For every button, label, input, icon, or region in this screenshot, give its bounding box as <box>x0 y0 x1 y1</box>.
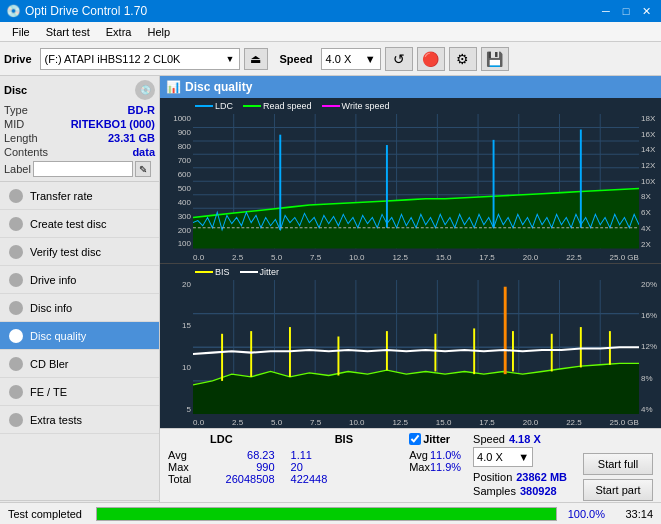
minimize-button[interactable]: ─ <box>597 3 615 19</box>
top-left-axis-100: 100 <box>178 239 191 248</box>
bot-x-25: 2.5 <box>232 418 243 427</box>
maximize-button[interactable]: □ <box>617 3 635 19</box>
nav-list: Transfer rate Create test disc Verify te… <box>0 182 159 434</box>
bot-x-200: 20.0 <box>523 418 539 427</box>
top-left-axis-200: 200 <box>178 226 191 235</box>
sidebar-item-disc-info[interactable]: Disc info <box>0 294 159 322</box>
legend-jitter: Jitter <box>260 267 280 277</box>
menu-bar: File Start test Extra Help <box>0 22 661 42</box>
drive-label: Drive <box>4 53 32 65</box>
top-x-225: 22.5 <box>566 253 582 262</box>
progress-percent: 100.0% <box>565 508 605 520</box>
total-label: Total <box>168 473 191 485</box>
eject-button[interactable]: ⏏ <box>244 48 268 70</box>
sidebar-item-create-test-disc[interactable]: Create test disc <box>0 210 159 238</box>
type-label: Type <box>4 104 28 116</box>
menu-extra[interactable]: Extra <box>98 24 140 40</box>
sidebar-item-fe-te[interactable]: FE / TE <box>0 378 159 406</box>
bot-right-axis-12pct: 12% <box>641 342 657 351</box>
length-value: 23.31 GB <box>108 132 155 144</box>
avg-label: Avg <box>168 449 187 461</box>
nav-label-fe-te: FE / TE <box>30 386 67 398</box>
top-right-axis-16x: 16X <box>641 130 655 139</box>
top-x-200: 20.0 <box>523 253 539 262</box>
top-x-75: 7.5 <box>310 253 321 262</box>
legend-ldc: LDC <box>215 101 233 111</box>
bot-x-150: 15.0 <box>436 418 452 427</box>
speed-stat-arrow-icon: ▼ <box>518 451 529 463</box>
top-x-250: 25.0 GB <box>610 253 639 262</box>
top-right-axis-8x: 8X <box>641 192 651 201</box>
bottom-bar: Test completed 100.0% 33:14 <box>0 502 661 524</box>
top-right-axis-10x: 10X <box>641 177 655 186</box>
top-x-150: 15.0 <box>436 253 452 262</box>
contents-label: Contents <box>4 146 48 158</box>
top-left-axis-1000: 1000 <box>173 114 191 123</box>
progress-bar-fill <box>97 508 556 520</box>
jitter-avg: 11.0% <box>430 449 461 461</box>
label-edit-button[interactable]: ✎ <box>135 161 151 177</box>
bot-x-175: 17.5 <box>479 418 495 427</box>
speed-arrow-icon: ▼ <box>365 53 376 65</box>
top-right-axis-4x: 4X <box>641 224 651 233</box>
disc-title: Disc <box>4 84 27 96</box>
start-full-button[interactable]: Start full <box>583 453 653 475</box>
max-label: Max <box>168 461 189 473</box>
bis-avg: 1.11 <box>291 449 312 461</box>
bot-x-50: 5.0 <box>271 418 282 427</box>
top-chart-svg <box>193 114 639 249</box>
top-left-axis-300: 300 <box>178 212 191 221</box>
drive-select[interactable]: (F:) ATAPI iHBS112 2 CL0K ▼ <box>40 48 240 70</box>
ldc-max: 990 <box>256 461 274 473</box>
speed-stat-value: 4.18 X <box>509 433 541 445</box>
length-label: Length <box>4 132 38 144</box>
chart-area: 📊 Disc quality LDC Read speed <box>160 76 661 524</box>
sidebar-item-verify-test-disc[interactable]: Verify test disc <box>0 238 159 266</box>
top-x-25: 2.5 <box>232 253 243 262</box>
start-part-button[interactable]: Start part <box>583 479 653 501</box>
top-x-100: 10.0 <box>349 253 365 262</box>
sidebar-item-drive-info[interactable]: Drive info <box>0 266 159 294</box>
bis-header: BIS <box>291 433 398 445</box>
menu-start-test[interactable]: Start test <box>38 24 98 40</box>
jitter-avg-label: Avg <box>409 449 428 461</box>
speed-stat-select[interactable]: 4.0 X ▼ <box>473 447 533 467</box>
sidebar-item-extra-tests[interactable]: Extra tests <box>0 406 159 434</box>
settings-button[interactable]: ⚙ <box>449 47 477 71</box>
nav-label-extra-tests: Extra tests <box>30 414 82 426</box>
menu-help[interactable]: Help <box>139 24 178 40</box>
toolbar: Drive (F:) ATAPI iHBS112 2 CL0K ▼ ⏏ Spee… <box>0 42 661 76</box>
position-value: 23862 MB <box>516 471 567 483</box>
speed-select[interactable]: 4.0 X ▼ <box>321 48 381 70</box>
bot-x-125: 12.5 <box>392 418 408 427</box>
disc-icon: 💿 <box>135 80 155 100</box>
sidebar-item-cd-bler[interactable]: CD Bler <box>0 350 159 378</box>
top-left-axis-700: 700 <box>178 156 191 165</box>
burn-button[interactable]: 🔴 <box>417 47 445 71</box>
bis-total: 422448 <box>291 473 328 485</box>
disc-panel: Disc 💿 Type BD-R MID RITEKBO1 (000) Leng… <box>0 76 159 182</box>
samples-value: 380928 <box>520 485 557 497</box>
mid-value: RITEKBO1 (000) <box>71 118 155 130</box>
jitter-max: 11.9% <box>430 461 461 473</box>
close-button[interactable]: ✕ <box>637 3 655 19</box>
nav-label-verify-test-disc: Verify test disc <box>30 246 101 258</box>
position-label: Position <box>473 471 512 483</box>
nav-label-disc-quality: Disc quality <box>30 330 86 342</box>
top-right-axis-6x: 6X <box>641 208 651 217</box>
sidebar-item-transfer-rate[interactable]: Transfer rate <box>0 182 159 210</box>
nav-label-disc-info: Disc info <box>30 302 72 314</box>
refresh-button[interactable]: ↺ <box>385 47 413 71</box>
jitter-checkbox[interactable] <box>409 433 421 445</box>
nav-label-create-test-disc: Create test disc <box>30 218 106 230</box>
menu-file[interactable]: File <box>4 24 38 40</box>
sidebar-item-disc-quality[interactable]: Disc quality <box>0 322 159 350</box>
title-bar-controls: ─ □ ✕ <box>597 3 655 19</box>
bot-left-axis-10: 10 <box>182 363 191 372</box>
save-button[interactable]: 💾 <box>481 47 509 71</box>
speed-stat-select-value: 4.0 X <box>477 451 503 463</box>
label-input[interactable] <box>33 161 133 177</box>
svg-marker-19 <box>193 188 639 248</box>
top-right-axis-18x: 18X <box>641 114 655 123</box>
bottom-chart-svg <box>193 280 639 415</box>
